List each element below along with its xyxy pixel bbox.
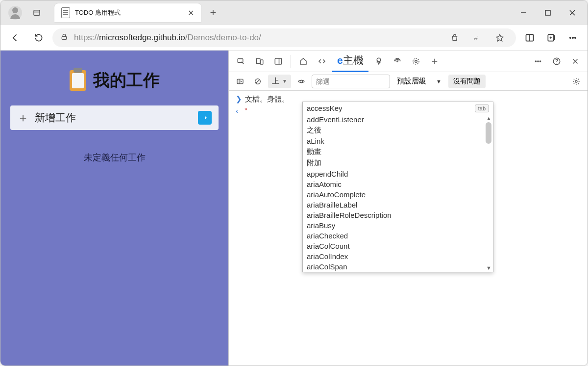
autocomplete-list[interactable]: addEventListener 之後 aLink 動畫 附加 appendCh…	[303, 114, 493, 272]
log-level-selector[interactable]: 預設層級▼	[393, 77, 445, 86]
autocomplete-item[interactable]: ariaAtomic	[303, 179, 493, 189]
svg-point-15	[570, 37, 571, 38]
collections-icon[interactable]	[541, 28, 561, 48]
dock-side-icon[interactable]	[270, 53, 287, 70]
split-screen-icon[interactable]	[520, 28, 539, 48]
console-input-text[interactable]: ''	[245, 106, 247, 115]
network-tab-icon[interactable]	[389, 53, 406, 70]
devtools-panel: e 主機 上▼ 預設層級▼ 沒有問題	[228, 51, 588, 366]
welcome-tab-icon[interactable]	[295, 53, 312, 70]
device-toggle-icon[interactable]	[251, 53, 268, 70]
submit-task-button[interactable]	[198, 111, 212, 125]
favorite-icon[interactable]	[491, 29, 508, 46]
svg-point-31	[538, 60, 539, 61]
svg-rect-37	[237, 79, 243, 83]
issues-badge[interactable]: 沒有問題	[448, 75, 486, 88]
autocomplete-item[interactable]: addEventListener	[303, 114, 493, 125]
autocomplete-item[interactable]: ariaBrailleLabel	[303, 200, 493, 210]
svg-marker-8	[496, 34, 503, 41]
window-minimize-button[interactable]	[511, 3, 536, 23]
shopping-icon[interactable]	[446, 29, 463, 46]
add-panel-icon[interactable]	[426, 53, 443, 70]
window-close-button[interactable]	[560, 3, 585, 23]
autocomplete-item[interactable]: 附加	[303, 157, 493, 169]
autocomplete-item[interactable]: accessKey	[307, 104, 475, 112]
scroll-up-icon[interactable]: ▲	[486, 115, 491, 121]
autocomplete-item[interactable]: appendChild	[303, 169, 493, 179]
svg-text:A⁾: A⁾	[474, 35, 478, 40]
app-header: 我的工作	[10, 69, 219, 92]
tab-key-hint: tab	[475, 105, 489, 112]
console-settings-icon[interactable]	[569, 75, 584, 88]
window-controls	[511, 3, 585, 23]
scroll-thumb[interactable]	[486, 122, 491, 144]
todo-app: 我的工作 ＋ 新增工作 未定義任何工作	[0, 51, 228, 366]
autocomplete-item[interactable]: ariaChecked	[303, 231, 493, 241]
filter-input[interactable]	[312, 75, 390, 88]
svg-point-34	[556, 63, 557, 63]
svg-point-32	[539, 60, 540, 61]
svg-point-30	[535, 60, 536, 61]
toggle-sidebar-icon[interactable]	[233, 75, 247, 88]
clear-console-icon[interactable]	[250, 75, 265, 88]
browser-titlebar: TODO 應用程式 ✕ +	[0, 0, 588, 25]
live-expression-icon[interactable]	[294, 75, 309, 88]
scroll-down-icon[interactable]: ▼	[486, 265, 491, 271]
tab-close-button[interactable]: ✕	[187, 9, 195, 17]
address-bar[interactable]: https://microsoftedge.github.io/Demos/de…	[52, 28, 516, 47]
autocomplete-item[interactable]: ariaBusy	[303, 220, 493, 231]
app-title: 我的工作	[93, 69, 160, 92]
svg-point-25	[397, 60, 398, 61]
svg-point-16	[572, 37, 574, 38]
tab-actions-button[interactable]	[29, 5, 45, 21]
tab-favicon	[61, 7, 70, 18]
svg-rect-20	[261, 60, 263, 64]
browser-tab[interactable]: TODO 應用程式 ✕	[54, 3, 201, 22]
inspect-icon[interactable]	[233, 53, 249, 70]
devtools-close-icon[interactable]	[567, 53, 584, 70]
svg-point-42	[575, 80, 577, 82]
new-tab-button[interactable]: +	[204, 4, 222, 22]
refresh-button[interactable]	[29, 28, 49, 48]
performance-tab-icon[interactable]	[408, 53, 424, 70]
console-tab[interactable]: e 主機	[332, 51, 368, 72]
elements-tab-icon[interactable]	[314, 53, 330, 70]
svg-point-17	[575, 37, 576, 38]
console-toolbar: 上▼ 預設層級▼ 沒有問題	[229, 72, 588, 91]
autocomplete-item[interactable]: 動畫	[303, 146, 493, 157]
plus-icon: ＋	[17, 110, 29, 126]
svg-rect-21	[275, 58, 282, 64]
empty-state-text: 未定義任何工作	[10, 152, 219, 163]
devtools-more-icon[interactable]	[530, 53, 546, 70]
browser-toolbar: https://microsoftedge.github.io/Demos/de…	[0, 25, 588, 51]
svg-rect-6	[62, 36, 66, 39]
autocomplete-popup: accessKey tab addEventListener 之後 aLink …	[302, 102, 493, 272]
back-button[interactable]	[5, 28, 25, 48]
svg-line-40	[256, 79, 260, 83]
autocomplete-item[interactable]: 之後	[303, 125, 493, 136]
svg-rect-0	[34, 10, 40, 16]
window-maximize-button[interactable]	[536, 3, 560, 23]
autocomplete-item[interactable]: ariaColCount	[303, 241, 493, 251]
tab-title: TODO 應用程式	[75, 8, 182, 17]
autocomplete-item[interactable]: aLink	[303, 136, 493, 146]
context-selector[interactable]: 上▼	[268, 75, 291, 88]
profile-avatar[interactable]	[8, 6, 22, 20]
add-task-card[interactable]: ＋ 新增工作	[10, 105, 219, 130]
breadcrumb: ❯文檔。身體。	[236, 95, 289, 104]
autocomplete-item[interactable]: ariaColIndex	[303, 251, 493, 261]
sources-tab-icon[interactable]	[370, 53, 387, 70]
more-icon[interactable]	[563, 28, 583, 48]
read-aloud-icon[interactable]: A⁾	[469, 29, 486, 46]
autocomplete-item[interactable]: ariaColSpan	[303, 261, 493, 272]
autocomplete-item[interactable]: ariaBrailleRoleDescription	[303, 210, 493, 220]
url-text: https://microsoftedge.github.io/Demos/de…	[74, 33, 441, 43]
devtools-tab-strip: e 主機	[229, 51, 588, 72]
svg-rect-19	[256, 58, 260, 64]
console-body[interactable]: ❯文檔。身體。 ‹ '' accessKey tab addEventListe…	[229, 91, 588, 366]
svg-point-27	[415, 60, 417, 62]
autocomplete-scrollbar[interactable]: ▲ ▼	[485, 114, 492, 272]
autocomplete-item[interactable]: ariaAutoComplete	[303, 189, 493, 200]
add-task-label: 新增工作	[35, 111, 192, 125]
devtools-help-icon[interactable]	[548, 53, 565, 70]
